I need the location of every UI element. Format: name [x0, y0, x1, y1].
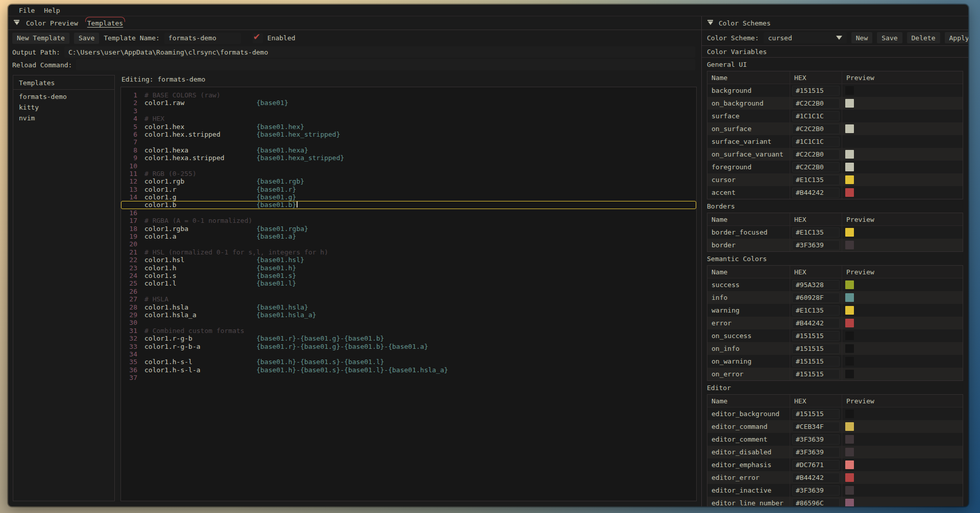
color-swatch[interactable]	[845, 473, 854, 482]
color-swatch[interactable]	[845, 293, 854, 302]
color-swatch[interactable]	[845, 435, 854, 444]
code-line[interactable]: 32color1.r-g-b {base01.r}-{base01.g}-{ba…	[121, 335, 696, 342]
color-hex-input[interactable]: #151515	[792, 344, 840, 354]
menu-item-file[interactable]: File	[15, 6, 38, 15]
color-hex-input[interactable]: #C2C2B0	[792, 162, 840, 172]
color-swatch[interactable]	[845, 499, 854, 506]
color-swatch[interactable]	[845, 163, 854, 171]
color-swatch[interactable]	[845, 344, 854, 353]
reload-command-input[interactable]	[76, 59, 695, 70]
code-line[interactable]: 21# HSL (normalized 0-1 for s,l, integer…	[121, 248, 696, 256]
code-line[interactable]: 5color1.hex {base01.hex}	[121, 123, 696, 131]
collapse-panel-icon[interactable]	[13, 20, 20, 26]
code-line[interactable]: 28color1.hsla {base01.hsla}	[121, 303, 696, 311]
code-line[interactable]: 34	[121, 350, 696, 358]
color-swatch[interactable]	[845, 486, 854, 495]
color-swatch[interactable]	[845, 306, 854, 315]
color-hex-input[interactable]: #95A328	[792, 280, 840, 290]
scheme-new-button[interactable]: New	[851, 32, 872, 43]
color-swatch[interactable]	[845, 124, 854, 133]
color-hex-input[interactable]: #C2C2B0	[792, 98, 840, 109]
code-line[interactable]: 27# HSLA	[121, 295, 696, 303]
color-swatch[interactable]	[845, 175, 854, 184]
color-swatch[interactable]	[845, 409, 854, 418]
code-line[interactable]: 1# BASE COLORS (raw)	[121, 91, 696, 99]
color-swatch[interactable]	[845, 137, 854, 146]
color-swatch[interactable]	[845, 150, 854, 159]
template-code-editor[interactable]: 1# BASE COLORS (raw)2color1.raw {base01}…	[120, 87, 697, 501]
color-swatch[interactable]	[845, 331, 854, 340]
color-swatch[interactable]	[845, 370, 854, 378]
color-hex-input[interactable]: #151515	[792, 331, 840, 341]
color-hex-input[interactable]: #151515	[792, 369, 840, 379]
color-hex-input[interactable]: #B44242	[792, 318, 840, 328]
tab-color-preview[interactable]: Color Preview	[23, 18, 81, 28]
color-scheme-select[interactable]: cursed	[764, 32, 847, 43]
code-line[interactable]: 33color1.r-g-b-a {base01.r}-{base01.g}-{…	[121, 343, 696, 350]
color-swatch[interactable]	[845, 357, 854, 366]
code-line[interactable]: 24color1.s {base01.s}	[121, 272, 696, 279]
code-line[interactable]: 3	[121, 107, 696, 115]
code-line[interactable]: 12color1.rgb {base01.rgb}	[121, 177, 696, 185]
code-line[interactable]: 14color1.g {base01.g}	[121, 193, 696, 201]
color-hex-input[interactable]: #3F3639	[792, 240, 840, 250]
scheme-apply-button[interactable]: Apply	[945, 32, 968, 43]
color-hex-input[interactable]: #E1C135	[792, 305, 840, 316]
code-line[interactable]: 6color1.hex.stripped {base01.hex_strippe…	[121, 131, 696, 138]
color-hex-input[interactable]: #151515	[792, 356, 840, 367]
color-hex-input[interactable]: #3F3639	[792, 434, 840, 445]
color-swatch[interactable]	[845, 228, 854, 237]
code-line[interactable]: 25color1.l {base01.l}	[121, 279, 696, 287]
code-line[interactable]: 9color1.hexa.stripped {base01.hexa_strip…	[121, 154, 696, 162]
color-hex-input[interactable]: #DC7671	[792, 460, 840, 470]
color-hex-input[interactable]: #1C1C1C	[792, 137, 840, 147]
color-swatch[interactable]	[845, 188, 854, 197]
color-hex-input[interactable]: #E1C135	[792, 175, 840, 185]
enabled-checkbox[interactable]: ✔	[253, 33, 263, 43]
color-hex-input[interactable]: #CEB34F	[792, 422, 840, 432]
collapse-schemes-icon[interactable]	[707, 20, 714, 26]
color-hex-input[interactable]: #3F3639	[792, 447, 840, 457]
color-hex-input[interactable]: #C2C2B0	[792, 124, 840, 134]
code-line[interactable]: 30	[121, 319, 696, 326]
code-line[interactable]: 23color1.h {base01.h}	[121, 264, 696, 272]
code-line[interactable]: color1.b {base01.b}	[121, 201, 696, 209]
code-line[interactable]: 4# HEX	[121, 115, 696, 122]
save-template-button[interactable]: Save	[74, 33, 99, 44]
template-list-item-kitty[interactable]: kitty	[13, 103, 114, 114]
color-hex-input[interactable]: #B44242	[792, 188, 840, 198]
template-name-input[interactable]	[164, 33, 241, 44]
code-line[interactable]: 31# Combined custom formats	[121, 327, 696, 335]
color-swatch[interactable]	[845, 460, 854, 469]
color-hex-input[interactable]: #60928F	[792, 293, 840, 303]
color-swatch[interactable]	[845, 319, 854, 327]
color-hex-input[interactable]: #3F3639	[792, 485, 840, 496]
scheme-delete-button[interactable]: Delete	[907, 32, 940, 43]
scheme-save-button[interactable]: Save	[877, 32, 902, 43]
code-line[interactable]: 13color1.r {base01.r}	[121, 186, 696, 193]
code-line[interactable]: 19color1.a {base01.a}	[121, 233, 696, 240]
template-list-item-nvim[interactable]: nvim	[13, 114, 114, 124]
color-hex-input[interactable]: #E1C135	[792, 227, 840, 238]
code-line[interactable]: 16	[121, 209, 696, 217]
color-hex-input[interactable]: #86596C	[792, 498, 840, 507]
code-line[interactable]: 18color1.rgba {base01.rgba}	[121, 225, 696, 233]
color-swatch[interactable]	[845, 241, 854, 249]
color-swatch[interactable]	[845, 99, 854, 108]
code-line[interactable]: 26	[121, 288, 696, 295]
code-line[interactable]: 35color1.h-s-l {base01.h}-{base01.s}-{ba…	[121, 358, 696, 366]
color-hex-input[interactable]: #151515	[792, 86, 840, 96]
color-swatch[interactable]	[845, 86, 854, 95]
code-line[interactable]: 29color1.hsla_a {base01.hsla_a}	[121, 311, 696, 319]
code-line[interactable]: 8color1.hexa {base01.hexa}	[121, 146, 696, 154]
color-hex-input[interactable]: #1C1C1C	[792, 111, 840, 121]
color-hex-input[interactable]: #C2C2B0	[792, 149, 840, 160]
color-swatch[interactable]	[845, 112, 854, 120]
code-line[interactable]: 2color1.raw {base01}	[121, 99, 696, 107]
menu-item-help[interactable]: Help	[40, 6, 63, 15]
color-swatch[interactable]	[845, 422, 854, 431]
output-path-input[interactable]	[64, 46, 695, 58]
color-swatch[interactable]	[845, 448, 854, 456]
color-hex-input[interactable]: #151515	[792, 409, 840, 419]
code-line[interactable]: 37	[121, 374, 696, 381]
